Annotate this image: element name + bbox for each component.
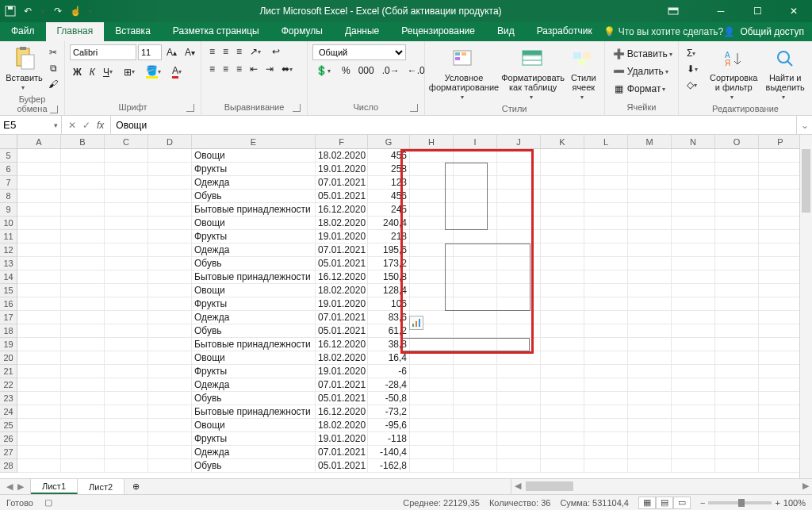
row-head[interactable]: 8	[0, 190, 17, 203]
cell[interactable]: 18.02.2020	[316, 419, 368, 432]
cell[interactable]: 07.01.2021	[316, 378, 368, 392]
cell[interactable]	[584, 230, 628, 243]
cell[interactable]	[497, 149, 541, 163]
align-launcher-icon[interactable]	[293, 104, 301, 112]
find-select-button[interactable]: Найти и выделить▾	[763, 44, 807, 102]
cell[interactable]	[148, 217, 192, 230]
col-head-C[interactable]: C	[105, 135, 148, 148]
cell[interactable]	[584, 419, 628, 432]
cell[interactable]	[672, 243, 715, 257]
underline-button[interactable]: Ч▾	[100, 65, 119, 79]
cell[interactable]	[61, 163, 105, 176]
cell[interactable]	[17, 351, 61, 365]
cell[interactable]	[759, 297, 802, 311]
cell[interactable]	[148, 365, 192, 378]
cell[interactable]	[17, 270, 61, 284]
cell[interactable]	[17, 257, 61, 270]
cell[interactable]	[105, 176, 148, 190]
cell[interactable]	[17, 230, 61, 243]
zoom-in-icon[interactable]: +	[775, 498, 779, 508]
cell[interactable]: 18.02.2020	[316, 351, 368, 365]
row-head[interactable]: 7	[0, 176, 17, 190]
cell[interactable]: 05.01.2021	[316, 392, 368, 405]
cell[interactable]	[105, 405, 148, 419]
cell[interactable]: 16.12.2020	[316, 405, 368, 419]
cell[interactable]	[454, 149, 497, 163]
cell[interactable]: 218	[368, 230, 410, 243]
cell[interactable]	[105, 243, 148, 257]
font-size-input[interactable]	[138, 44, 162, 60]
cell[interactable]	[105, 324, 148, 338]
cell[interactable]	[148, 176, 192, 190]
cell[interactable]	[105, 203, 148, 217]
cell[interactable]: 19.01.2020	[316, 230, 368, 243]
cell[interactable]	[672, 270, 715, 284]
number-format-select[interactable]: Общий	[312, 44, 406, 60]
cell[interactable]	[628, 324, 672, 338]
align-top-icon[interactable]: ≡	[206, 44, 218, 59]
select-all-corner[interactable]	[0, 135, 17, 148]
view-break-icon[interactable]: ▭	[673, 497, 691, 509]
row-head[interactable]: 25	[0, 419, 17, 432]
cell[interactable]	[584, 459, 628, 473]
cell[interactable]	[715, 392, 759, 405]
cell[interactable]	[759, 176, 802, 190]
increase-font-icon[interactable]: A▴	[163, 45, 180, 59]
format-table-button[interactable]: Форматировать как таблицу▾	[501, 44, 564, 102]
col-head-I[interactable]: I	[454, 135, 497, 148]
cell[interactable]	[497, 446, 541, 459]
cell[interactable]	[628, 243, 672, 257]
cell[interactable]: 05.01.2021	[316, 257, 368, 270]
cell[interactable]	[105, 163, 148, 176]
cell[interactable]	[410, 351, 454, 365]
cell[interactable]	[148, 190, 192, 203]
cell[interactable]	[148, 459, 192, 473]
row-head[interactable]: 24	[0, 405, 17, 419]
cell[interactable]	[105, 392, 148, 405]
cell[interactable]	[541, 217, 584, 230]
cell[interactable]	[17, 392, 61, 405]
col-head-E[interactable]: E	[192, 135, 316, 148]
cell[interactable]	[105, 257, 148, 270]
cell[interactable]: Обувь	[192, 392, 316, 405]
cell[interactable]	[715, 243, 759, 257]
cell[interactable]: -50,8	[368, 392, 410, 405]
zoom-level[interactable]: 100%	[783, 498, 806, 508]
cell[interactable]	[584, 176, 628, 190]
save-icon[interactable]	[5, 6, 16, 17]
cell[interactable]	[105, 446, 148, 459]
cell[interactable]: Одежда	[192, 378, 316, 392]
cell[interactable]: Овощи	[192, 149, 316, 163]
cell[interactable]	[628, 392, 672, 405]
orientation-icon[interactable]: ↗▾	[247, 44, 267, 59]
cell[interactable]: 19.01.2020	[316, 297, 368, 311]
cell[interactable]	[454, 419, 497, 432]
cell[interactable]	[105, 149, 148, 163]
cell[interactable]	[759, 351, 802, 365]
sheet-next-icon[interactable]: ▶	[17, 481, 24, 492]
dec-indent-icon[interactable]: ⇤	[247, 62, 261, 76]
cell[interactable]: 05.01.2021	[316, 190, 368, 203]
number-launcher-icon[interactable]	[410, 104, 418, 112]
row-head[interactable]: 18	[0, 324, 17, 338]
cell[interactable]	[715, 230, 759, 243]
cell[interactable]	[410, 432, 454, 446]
format-painter-icon[interactable]: 🖌	[47, 78, 59, 90]
cell[interactable]: Бытовые принадлежности	[192, 203, 316, 217]
fx-icon[interactable]: fx	[97, 120, 104, 131]
cell[interactable]	[759, 338, 802, 351]
cell[interactable]: Овощи	[192, 284, 316, 297]
cell[interactable]	[584, 311, 628, 324]
cell[interactable]	[61, 405, 105, 419]
cell[interactable]	[148, 284, 192, 297]
cell[interactable]	[584, 365, 628, 378]
cell[interactable]	[715, 365, 759, 378]
cell[interactable]	[541, 257, 584, 270]
cell[interactable]	[148, 351, 192, 365]
cell[interactable]	[497, 176, 541, 190]
row-head[interactable]: 26	[0, 432, 17, 446]
cell[interactable]	[628, 419, 672, 432]
cell[interactable]	[17, 459, 61, 473]
cell[interactable]	[541, 459, 584, 473]
redo-icon[interactable]: ↷	[52, 6, 63, 17]
